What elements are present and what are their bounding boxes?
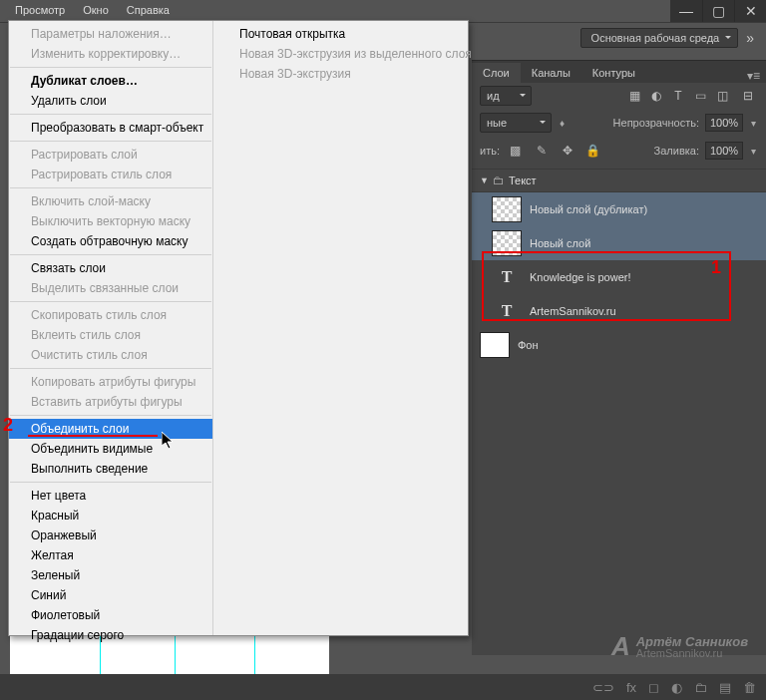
lock-brush-icon[interactable]: ✎ [532,141,552,161]
opacity-input[interactable]: 100% [705,114,743,132]
fill-input[interactable]: 100% [705,142,743,160]
fill-label: Заливка: [654,145,699,157]
layer-name[interactable]: Новый слой [530,237,590,249]
link-layers-icon[interactable]: ⊂⊃ [592,680,614,695]
annotation-label-1: 1 [711,257,721,278]
context-menu-item: Копировать атрибуты фигуры [9,372,212,392]
context-menu-item[interactable]: Нет цвета [9,486,212,506]
layers-panel-footer: ⊂⊃ fx ◻ ◐ 🗀 ▤ 🗑 [0,674,766,700]
context-menu-item[interactable]: Связать слои [9,258,212,278]
context-menu-item[interactable]: Синий [9,585,212,605]
layer-row[interactable]: T ArtemSannikov.ru [472,294,766,328]
layer-row[interactable]: Новый слой (дубликат) [472,192,766,226]
maximize-button[interactable]: ▢ [702,0,734,22]
chevron-down-icon[interactable]: ▾ [749,118,758,129]
context-menu-item[interactable]: Дубликат слоев [9,71,212,91]
watermark-name: Артём Санников [636,635,748,648]
context-menu-item[interactable]: Градации серого [9,625,212,645]
workspace-selector[interactable]: Основная рабочая среда [580,28,739,48]
context-menu-item: Скопировать стиль слоя [9,305,212,325]
layer-name[interactable]: Фон [518,339,539,351]
menu-help[interactable]: Справка [118,2,179,18]
folder-icon: 🗀 [493,174,505,187]
layer-context-menu: Параметры наложенияИзменить корректировк… [8,20,469,636]
watermark-logo: A [611,631,630,662]
context-menu-item[interactable]: Фиолетовый [9,605,212,625]
annotation-label-2: 2 [3,415,13,436]
layer-thumbnail[interactable] [492,196,522,222]
type-layer-icon[interactable]: T [492,298,522,324]
context-menu-item: Включить слой-маску [9,191,212,211]
tab-paths[interactable]: Контуры [581,63,646,83]
context-menu-item[interactable]: Удалить слои [9,91,212,111]
layer-style-icon[interactable]: fx [626,680,636,695]
context-menu-item: Новая 3D-экструзия из выделенного слоя [217,44,492,64]
layers-panel: Слои Каналы Контуры ▾≡ ид ▦ ◐ T ▭ ◫ ⊟ ны… [472,60,766,655]
context-menu-col2: Почтовая открыткаНовая 3D-экструзия из в… [213,21,492,635]
context-menu-item[interactable]: Объединить видимые [9,439,212,459]
adjustment-layer-icon[interactable]: ◐ [671,680,682,695]
context-menu-item[interactable]: Почтовая открытка [217,24,492,44]
panel-flyout-icon[interactable]: ▾≡ [741,69,766,83]
chevron-icon: ♦ [558,118,567,129]
context-menu-col1: Параметры наложенияИзменить корректировк… [9,21,213,635]
lock-transparent-icon[interactable]: ▩ [506,141,526,161]
workspace-label: Основная рабочая среда [591,32,720,44]
context-menu-item: Растрировать стиль слоя [9,165,212,184]
context-menu-item[interactable]: Создать обтравочную маску [9,231,212,251]
new-layer-icon[interactable]: ▤ [719,680,731,695]
layer-row[interactable]: Фон [472,328,766,362]
menu-view[interactable]: Просмотр [6,2,74,18]
chevron-down-icon[interactable]: ▾ [749,146,758,157]
layer-mask-icon[interactable]: ◻ [648,680,659,695]
group-name[interactable]: Текст [509,175,537,186]
layer-filter-row: ид ▦ ◐ T ▭ ◫ ⊟ [472,83,766,109]
blend-opacity-row: ные ♦ Непрозрачность: 100% ▾ [472,109,766,137]
filter-pixel-icon[interactable]: ▦ [624,86,644,106]
context-menu-item[interactable]: Преобразовать в смарт-объект [9,118,212,138]
watermark: A Артём Санников ArtemSannikov.ru [611,631,748,662]
context-menu-item: Выделить связанные слои [9,278,212,298]
context-menu-item: Параметры наложения [9,24,212,44]
filter-type-icon[interactable]: T [668,86,688,106]
lock-all-icon[interactable]: 🔒 [583,141,603,161]
annotation-underline [28,435,158,437]
context-menu-item[interactable]: Выполнить сведение [9,459,212,479]
type-layer-icon[interactable]: T [492,264,522,290]
context-menu-item[interactable]: Оранжевый [9,525,212,545]
lock-fill-row: ить: ▩ ✎ ✥ 🔒 Заливка: 100% ▾ [472,137,766,165]
context-menu-item: Растрировать слой [9,145,212,165]
context-menu-item: Вставить атрибуты фигуры [9,392,212,412]
context-menu-item: Изменить корректировку [9,44,212,64]
filter-adjust-icon[interactable]: ◐ [646,86,666,106]
context-menu-item: Новая 3D-экструзия [217,64,492,84]
panel-menu-icon[interactable]: » [746,30,754,46]
layer-row[interactable]: Новый слой [472,226,766,260]
window-controls: ― ▢ ✕ [670,0,766,22]
layer-row[interactable]: T Knowledge is power! [472,260,766,294]
close-button[interactable]: ✕ [734,0,766,22]
layer-thumbnail[interactable] [492,230,522,256]
watermark-site: ArtemSannikov.ru [636,648,748,659]
context-menu-item[interactable]: Красный [9,506,212,525]
layers-list: ▼ 🗀 Текст Новый слой (дубликат) Новый сл… [472,165,766,362]
menu-bar: Просмотр Окно Справка [0,0,766,20]
context-menu-item: Очистить стиль слоя [9,345,212,365]
context-menu-item[interactable]: Зеленый [9,565,212,585]
delete-layer-icon[interactable]: 🗑 [743,680,756,695]
layer-name[interactable]: Новый слой (дубликат) [530,203,647,215]
filter-toggle-icon[interactable]: ⊟ [738,86,758,106]
opacity-label: Непрозрачность: [613,117,699,129]
panel-tabs: Слои Каналы Контуры ▾≡ [472,61,766,83]
menu-window[interactable]: Окно [74,2,118,18]
group-icon[interactable]: 🗀 [694,680,707,695]
filter-smart-icon[interactable]: ◫ [712,86,732,106]
layer-group[interactable]: ▼ 🗀 Текст [472,169,766,192]
context-menu-item[interactable]: Желтая [9,545,212,565]
lock-position-icon[interactable]: ✥ [558,141,577,161]
tab-channels[interactable]: Каналы [521,63,581,83]
layer-name[interactable]: ArtemSannikov.ru [530,305,616,317]
layer-name[interactable]: Knowledge is power! [530,271,631,283]
minimize-button[interactable]: ― [670,0,702,22]
filter-shape-icon[interactable]: ▭ [690,86,710,106]
